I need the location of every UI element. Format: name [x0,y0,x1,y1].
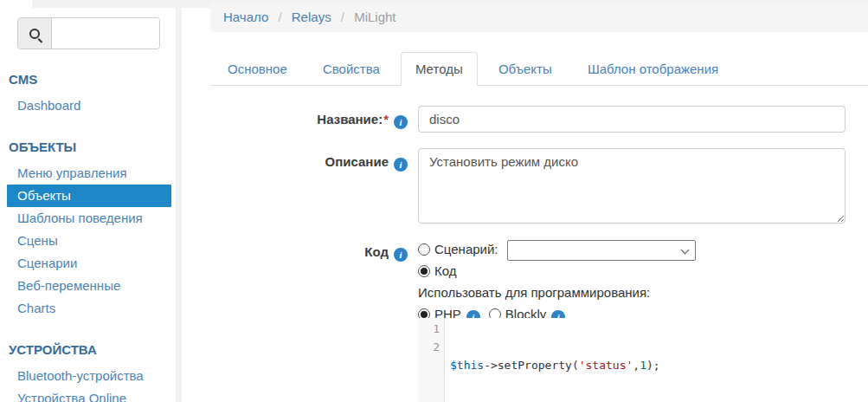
name-info-icon[interactable]: i [394,115,408,129]
name-label: Название:*i [210,112,408,129]
tab-methods[interactable]: Методы [401,52,478,86]
code-radio-label: Код [434,263,457,278]
programming-label: Использовать для программирования: [418,282,696,304]
scenario-select[interactable] [507,240,696,261]
sidebar-item-behavior-templates[interactable]: Шаблоны поведения [0,207,176,230]
sidebar-item-devices-online[interactable]: Устройства Online [0,387,176,402]
scenario-option-row: Сценарий: [418,239,696,261]
sidebar-search [17,17,160,49]
sidebar-section-devices: УСТРОЙСТВА [0,342,176,357]
sidebar-item-bluetooth-devices[interactable]: Bluetooth-устройства [0,365,176,387]
sidebar-section-cms: CMS [0,72,176,87]
sidebar-item-web-variables[interactable]: Веб-переменные [0,275,176,297]
name-input[interactable] [418,106,845,133]
tab-bar: Основное Свойства Методы Объекты Шаблон … [210,51,868,86]
breadcrumb-relays[interactable]: Relays [292,10,331,24]
chevron-down-icon [680,246,689,255]
sidebar-item-control-menu[interactable]: Меню управления [0,162,176,185]
tab-display-template[interactable]: Шаблон отображения [573,52,733,86]
breadcrumb-home[interactable]: Начало [223,10,268,24]
search-button[interactable] [18,18,52,49]
code-label: Кодi [210,244,408,262]
code-info-icon[interactable]: i [394,248,408,262]
breadcrumb-separator: / [278,10,281,24]
breadcrumb-separator: / [341,10,344,24]
code-controls: Сценарий: Код Использовать для программи… [418,239,696,326]
editor-content[interactable]: $this->setProperty('status',1); $this->c… [445,318,868,402]
code-line-1: $this->setProperty('status',1); [450,356,868,374]
sidebar: CMS Dashboard ОБЪЕКТЫ Меню управления Об… [0,8,176,402]
page: CMS Dashboard ОБЪЕКТЫ Меню управления Об… [0,0,868,402]
search-icon [29,29,40,39]
description-info-icon[interactable]: i [394,158,408,172]
breadcrumb-current: MiLight [354,10,395,24]
line-number: 1 [418,320,440,338]
tab-properties[interactable]: Свойства [308,52,395,86]
code-option-row: Код [418,261,696,282]
sidebar-item-scenes[interactable]: Сцены [0,230,176,252]
breadcrumb: Начало / Relays / MiLight [210,3,868,32]
description-label: Описаниеi [210,154,408,172]
description-textarea[interactable]: Установить режим диско [418,148,845,224]
sidebar-item-dashboard[interactable]: Dashboard [0,94,176,117]
sidebar-divider [176,0,182,402]
sidebar-item-scenarios[interactable]: Сценарии [0,252,176,275]
code-radio[interactable] [418,265,430,277]
sidebar-item-objects[interactable]: Объекты [7,185,171,207]
tab-main[interactable]: Основное [213,52,302,86]
tab-objects[interactable]: Объекты [484,52,567,86]
scenario-radio-label: Сценарий: [434,242,498,256]
code-editor[interactable]: 1 2 $this->setProperty('status',1); $thi… [418,318,868,402]
search-input[interactable] [52,18,159,49]
sidebar-section-objects: ОБЪЕКТЫ [0,139,176,154]
sidebar-item-charts[interactable]: Charts [0,297,176,320]
editor-gutter: 1 2 [418,318,445,402]
scenario-radio[interactable] [418,243,430,256]
line-number: 2 [418,338,440,356]
required-mark: * [383,112,389,126]
